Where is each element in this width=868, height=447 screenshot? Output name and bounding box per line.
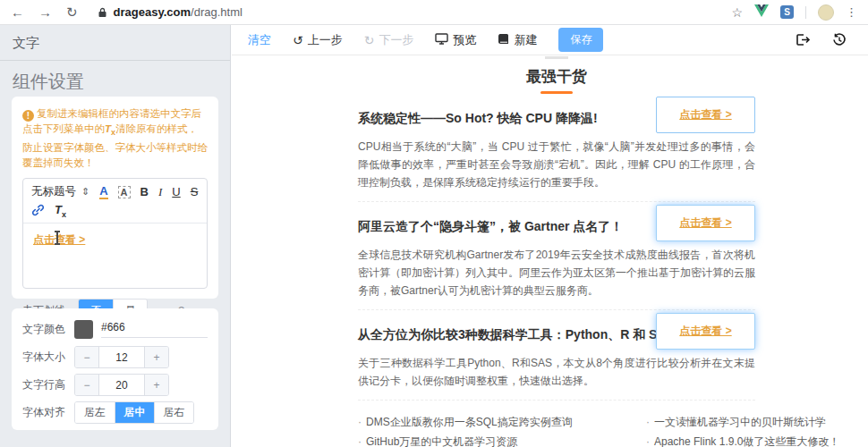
text-edit-card: !复制进来编辑框的内容请选中文字后点击下列菜单中的Tx清除原有的样式，防止设置字… — [12, 97, 218, 299]
align-center-button[interactable]: 居中 — [115, 402, 154, 423]
address-bar[interactable]: drageasy.com/drag.html — [98, 5, 732, 19]
line-height-row: 文字行高 − 20 + — [22, 374, 208, 396]
lock-icon — [98, 7, 107, 18]
font-color-button[interactable]: A — [99, 185, 107, 199]
color-swatch[interactable] — [74, 320, 93, 339]
cta-box[interactable]: 点击查看 > — [656, 97, 755, 133]
strikethrough-button[interactable]: S — [191, 185, 199, 198]
url-path: /drag.html — [191, 5, 243, 19]
bold-button[interactable]: B — [140, 185, 149, 198]
toolbar-right-icons — [796, 33, 852, 46]
profile-avatar[interactable] — [818, 4, 834, 21]
font-size-stepper: − 12 + — [74, 346, 169, 368]
bullet-icon: · — [358, 435, 362, 447]
cta-box-selected[interactable]: 点击查看 > — [656, 313, 755, 350]
reload-icon[interactable]: ↻ — [66, 5, 78, 19]
font-size-decrement-button[interactable]: − — [75, 347, 98, 367]
bullet-icon: · — [646, 435, 650, 447]
clear-button[interactable]: 清空 — [248, 32, 271, 48]
section-divider — [358, 400, 755, 401]
extension-icon[interactable]: S — [780, 5, 794, 19]
article-section[interactable]: 系统稳定性——So Hot? 快给 CPU 降降温! 点击查看 > CPU相当于… — [358, 109, 755, 191]
text-align-row: 字体对齐 居左 居中 居右 — [22, 401, 208, 424]
paste-warning: !复制进来编辑框的内容请选中文字后点击下列菜单中的Tx清除原有的样式，防止设置字… — [22, 106, 208, 171]
rich-text-editor: 无标题号 ⇕ A A B I U S Tx 点击查看 > — [22, 178, 208, 289]
bullet-icon: · — [358, 416, 362, 428]
article-link-list: ·DMS企业版教你用一条SQL搞定跨实例查询 ·一文读懂机器学习中的贝叶斯统计学… — [358, 412, 755, 447]
preview-canvas[interactable]: 最强干货 系统稳定性——So Hot? 快给 CPU 降降温! 点击查看 > C… — [232, 55, 868, 447]
line-height-label: 文字行高 — [22, 377, 74, 392]
title-underline — [540, 91, 573, 94]
section-body[interactable]: CPU相当于系统的“大脑”，当 CPU 过于繁忙，就像“人脑”并发处理过多的事情… — [358, 138, 755, 191]
list-item[interactable]: ·Apache Flink 1.9.0做了这些重大修改！ — [646, 432, 868, 447]
color-value-input[interactable]: #666 — [101, 321, 208, 338]
list-item[interactable]: ·一文读懂机器学习中的贝叶斯统计学 — [646, 412, 868, 432]
section-heading[interactable]: 系统稳定性——So Hot? 快给 CPU 降降温! — [358, 109, 646, 127]
align-right-button[interactable]: 居右 — [154, 402, 193, 423]
section-divider — [358, 309, 755, 310]
section-body[interactable]: 关于三种数据科学工具Python、R和SAS，本文从8个角度进行比较分析并在文末… — [358, 354, 755, 390]
list-item[interactable]: ·GitHub万星的中文机器学习资源 — [358, 432, 646, 447]
bookmark-star-icon[interactable]: ☆ — [731, 5, 743, 20]
article-section[interactable]: 阿里云造了个“隐身斗篷”，被 Gartner 点名了！ 点击查看 > 全球信息技… — [358, 217, 755, 299]
editor-toolbar: 无标题号 ⇕ A A B I U S Tx — [23, 179, 207, 224]
save-button[interactable]: 保存 — [558, 28, 603, 52]
clear-format-icon: Tx — [105, 123, 115, 134]
article-content: 最强干货 系统稳定性——So Hot? 快给 CPU 降降温! 点击查看 > C… — [358, 55, 755, 447]
alert-icon: ! — [22, 110, 34, 122]
list-item[interactable]: ·DMS企业版教你用一条SQL搞定跨实例查询 — [358, 412, 646, 432]
redo-icon: ↻ — [364, 34, 375, 46]
panel-title: 文字 — [0, 25, 230, 61]
font-size-increment-button[interactable]: + — [145, 347, 168, 367]
bullet-icon: · — [646, 416, 650, 428]
cta-box-selected[interactable]: 点击查看 > — [656, 205, 755, 241]
text-cursor — [56, 232, 58, 244]
monitor-icon — [435, 33, 448, 47]
text-align-segment: 居左 居中 居右 — [74, 401, 194, 424]
font-size-label: 字体大小 — [22, 350, 74, 365]
divider — [805, 6, 806, 19]
vue-devtools-icon[interactable] — [754, 4, 769, 21]
updown-arrows-icon: ⇕ — [81, 186, 89, 198]
browser-chrome: ← → ↻ drageasy.com/drag.html ☆ S ⋮ — [0, 0, 868, 25]
export-icon[interactable] — [796, 33, 811, 46]
editor-content[interactable]: 点击查看 > — [23, 224, 207, 257]
editor-action-toolbar: 清空 ↺ 上一步 ↻ 下一步 预览 新建 保存 — [232, 25, 868, 55]
line-height-decrement-button[interactable]: − — [75, 375, 98, 395]
line-height-stepper: − 20 + — [74, 374, 169, 396]
book-icon — [498, 33, 509, 47]
article-title[interactable]: 最强干货 — [358, 66, 755, 87]
align-left-button[interactable]: 居左 — [75, 402, 115, 423]
line-height-value[interactable]: 20 — [98, 375, 145, 395]
back-icon[interactable]: ← — [11, 5, 24, 19]
clear-format-button[interactable]: Tx — [55, 203, 66, 219]
preview-button[interactable]: 预览 — [435, 32, 476, 48]
redo-button[interactable]: ↻ 下一步 — [364, 32, 414, 48]
section-body[interactable]: 全球信息技术研究机构Gartner发布了2019年云安全技术成熟度曲线报告，首次… — [358, 246, 755, 299]
clipped-component — [545, 56, 568, 59]
history-icon[interactable] — [832, 33, 847, 46]
forward-icon[interactable]: → — [38, 5, 52, 19]
section-heading[interactable]: 阿里云造了个“隐身斗篷”，被 Gartner 点名了！ — [358, 217, 646, 235]
create-new-button[interactable]: 新建 — [498, 32, 537, 48]
link-icon[interactable] — [31, 204, 45, 219]
undo-button[interactable]: ↺ 上一步 — [293, 32, 343, 48]
section-divider — [358, 201, 755, 202]
text-color-label: 文字颜色 — [22, 322, 74, 337]
url-host: drageasy.com — [114, 5, 191, 19]
line-height-increment-button[interactable]: + — [145, 375, 168, 395]
text-style-card: 文字颜色 #666 字体大小 − 12 + 文字行高 − 20 + 字体对齐 居… — [12, 308, 218, 430]
section-heading[interactable]: 从全方位为你比较3种数据科学工具：Python、R 和 SAS — [358, 325, 646, 343]
undo-icon: ↺ — [293, 34, 303, 46]
browser-actions: ☆ S ⋮ — [731, 4, 857, 21]
italic-button[interactable]: I — [158, 185, 162, 199]
highlight-color-button[interactable]: A — [118, 186, 131, 198]
article-section[interactable]: 从全方位为你比较3种数据科学工具：Python、R 和 SAS 点击查看 > 关… — [358, 325, 755, 390]
url-text[interactable]: drageasy.com/drag.html — [114, 5, 243, 19]
heading-style-select[interactable]: 无标题号 ⇕ — [31, 184, 89, 199]
browser-menu-icon[interactable]: ⋮ — [846, 5, 857, 19]
text-color-row: 文字颜色 #666 — [22, 318, 208, 341]
underline-button[interactable]: U — [172, 185, 180, 198]
font-size-value[interactable]: 12 — [98, 347, 145, 367]
text-align-label: 字体对齐 — [22, 405, 74, 420]
